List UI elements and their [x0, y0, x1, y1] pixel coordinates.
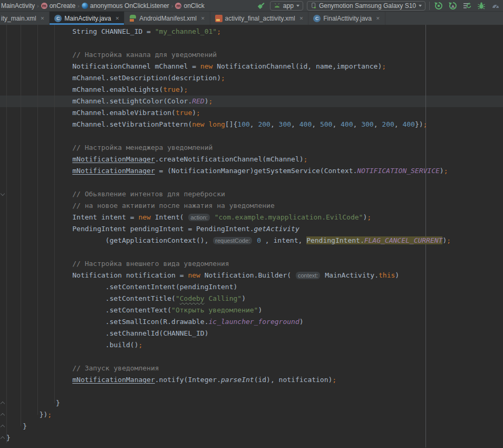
code-line-text[interactable]: mChannel.enableLights(true);: [6, 84, 188, 96]
code-line[interactable]: // Настройка внешнего вида уведомления: [0, 258, 503, 270]
code-line[interactable]: [0, 130, 503, 142]
code-line[interactable]: // Настройка менеджера уведомлений: [0, 142, 503, 154]
tab-activity-final-acttivity-xml[interactable]: activity_final_acttivity.xml ✕: [210, 12, 309, 25]
code-line-text[interactable]: // Запуск уведомления: [6, 363, 159, 374]
code-line[interactable]: }: [0, 397, 503, 409]
code-line[interactable]: [0, 246, 503, 258]
android-icon: [274, 3, 280, 8]
code-line[interactable]: mNotificationManager.createNotificationC…: [0, 154, 503, 165]
code-line[interactable]: mChannel.enableVibration(true);: [0, 107, 503, 119]
fold-toggle-icon[interactable]: [0, 397, 6, 409]
code-line-text[interactable]: mChannel.setLightColor(Color.RED);: [6, 96, 212, 107]
code-line[interactable]: Notification notification = new Notifica…: [0, 270, 503, 281]
code-line[interactable]: [0, 351, 503, 363]
code-line[interactable]: mChannel.setDescription(description);: [0, 72, 503, 84]
breadcrumb-item-class[interactable]: MainActivity: [1, 2, 35, 9]
code-line[interactable]: PendingIntent pendingIntent = PendingInt…: [0, 223, 503, 235]
code-line-text[interactable]: String CHANNEL_ID = "my_channel_01";: [6, 26, 221, 37]
code-line-text[interactable]: // Настройка канала для уведомлений: [6, 49, 217, 61]
code-line[interactable]: .setContentIntent(pendingIntent): [0, 281, 503, 293]
gutter-cell: [0, 386, 6, 397]
code-line-text[interactable]: mNotificationManager.notify(Integer.pars…: [6, 374, 336, 386]
code-line-text[interactable]: // Настройка внешнего вида уведомления: [6, 258, 229, 270]
code-line[interactable]: mNotificationManager.notify(Integer.pars…: [0, 374, 503, 386]
code-line-text[interactable]: Notification notification = new Notifica…: [6, 270, 399, 281]
code-line-text[interactable]: });: [6, 409, 52, 421]
code-line-text[interactable]: mChannel.enableVibration(true);: [6, 107, 200, 119]
code-line-text[interactable]: (getApplicationContext(), requestCode: 0…: [6, 235, 451, 246]
code-line[interactable]: .setContentText("Открыть уведомление"): [0, 304, 503, 316]
module-selector[interactable]: app: [270, 1, 303, 11]
code-line[interactable]: .setChannelId(CHANNEL_ID): [0, 328, 503, 339]
fold-toggle-icon[interactable]: [0, 409, 6, 421]
code-line[interactable]: (getApplicationContext(), requestCode: 0…: [0, 235, 503, 246]
close-icon[interactable]: ✕: [376, 16, 380, 21]
code-line[interactable]: mChannel.setLightColor(Color.RED);: [0, 96, 503, 107]
breadcrumb-item-oncreate[interactable]: m onCreate: [41, 2, 75, 9]
code-line[interactable]: .setSmallIcon(R.drawable.ic_launcher_for…: [0, 316, 503, 328]
code-line-text[interactable]: }: [6, 432, 11, 444]
close-icon[interactable]: ✕: [41, 16, 45, 21]
code-line[interactable]: mChannel.enableLights(true);: [0, 84, 503, 96]
fold-toggle-icon[interactable]: [0, 188, 6, 200]
gutter-cell: [0, 26, 6, 37]
code-line-text[interactable]: mChannel.setDescription(description);: [6, 72, 225, 84]
code-line-text[interactable]: }: [6, 421, 27, 432]
device-selector[interactable]: Genymotion Samsung Galaxy S10: [307, 1, 425, 11]
code-line[interactable]: mNotificationManager = (NotificationMana…: [0, 165, 503, 177]
code-line[interactable]: // Запуск уведомления: [0, 363, 503, 374]
apply-code-changes-icon[interactable]: [462, 1, 472, 11]
code-line-text[interactable]: Intent intent = new Intent( action: "com…: [6, 212, 371, 223]
code-line[interactable]: // Обьявление интентов для переброски: [0, 188, 503, 200]
code-line-text[interactable]: .setContentIntent(pendingIntent): [6, 281, 237, 293]
code-line[interactable]: }: [0, 421, 503, 432]
tab-finalacttivity-java[interactable]: C FinalActtivity.java ✕: [308, 12, 385, 25]
code-line-text[interactable]: .setChannelId(CHANNEL_ID): [6, 328, 209, 339]
code-line-text[interactable]: }: [6, 397, 60, 409]
code-line-text[interactable]: mNotificationManager.createNotificationC…: [6, 154, 307, 165]
debug-bug-icon[interactable]: [476, 1, 487, 11]
code-line-text[interactable]: // Настройка менеджера уведомлений: [6, 142, 212, 154]
code-line-text[interactable]: .build();: [6, 339, 142, 351]
tab-activity-main-xml[interactable]: ity_main.xml ✕: [0, 12, 50, 25]
tab-mainactivity-java[interactable]: C MainActivity.java ✕: [50, 12, 124, 25]
build-hammer-icon[interactable]: [256, 1, 266, 11]
code-line-text[interactable]: // Обьявление интентов для переброски: [6, 188, 225, 200]
rerun-app-icon[interactable]: [433, 1, 444, 11]
close-icon[interactable]: ✕: [299, 16, 304, 21]
fold-toggle-icon[interactable]: [0, 421, 6, 432]
code-line[interactable]: [0, 37, 503, 49]
code-line[interactable]: String CHANNEL_ID = "my_channel_01";: [0, 26, 503, 37]
code-line-text[interactable]: mNotificationManager = (NotificationMana…: [6, 165, 448, 177]
breadcrumb-item-onclick[interactable]: m onClick: [175, 2, 204, 9]
breadcrumb-item-anonymous-class[interactable]: anonymous OnClickListener: [82, 2, 169, 9]
code-line-text[interactable]: PendingIntent pendingIntent = PendingInt…: [6, 223, 299, 235]
code-line[interactable]: // Настройка канала для уведомлений: [0, 49, 503, 61]
apply-changes-restart-icon[interactable]: A: [448, 1, 458, 11]
code-line-text[interactable]: NotificationChannel mChannel = new Notif…: [6, 61, 386, 72]
code-line-text[interactable]: // на новое активити после нажатия на ув…: [6, 200, 275, 212]
code-line-text[interactable]: mChannel.setVibrationPattern(new long[]{…: [6, 119, 427, 130]
code-line[interactable]: .setContentTitle("Codeby Calling"): [0, 293, 503, 304]
gutter-cell: [0, 165, 6, 177]
code-line[interactable]: .build();: [0, 339, 503, 351]
code-line[interactable]: [0, 386, 503, 397]
code-line[interactable]: });: [0, 409, 503, 421]
fold-toggle-icon[interactable]: [0, 432, 6, 444]
gutter-cell: [0, 61, 6, 72]
tab-label: activity_final_acttivity.xml: [225, 15, 295, 22]
tab-androidmanifest-xml[interactable]: AndroidManifest.xml ✕: [124, 12, 210, 25]
code-line-text[interactable]: .setSmallIcon(R.drawable.ic_launcher_for…: [6, 316, 304, 328]
code-line[interactable]: // на новое активити после нажатия на ув…: [0, 200, 503, 212]
code-line-text[interactable]: .setContentText("Открыть уведомление"): [6, 304, 262, 316]
code-line-text[interactable]: .setContentTitle("Codeby Calling"): [6, 293, 246, 304]
code-editor[interactable]: String CHANNEL_ID = "my_channel_01"; // …: [0, 25, 503, 447]
close-icon[interactable]: ✕: [201, 16, 205, 21]
profiler-icon[interactable]: [490, 1, 501, 11]
code-line[interactable]: mChannel.setVibrationPattern(new long[]{…: [0, 119, 503, 130]
close-icon[interactable]: ✕: [115, 16, 120, 21]
code-line[interactable]: }: [0, 432, 503, 444]
code-line[interactable]: NotificationChannel mChannel = new Notif…: [0, 61, 503, 72]
code-line[interactable]: Intent intent = new Intent( action: "com…: [0, 212, 503, 223]
code-line[interactable]: [0, 177, 503, 188]
